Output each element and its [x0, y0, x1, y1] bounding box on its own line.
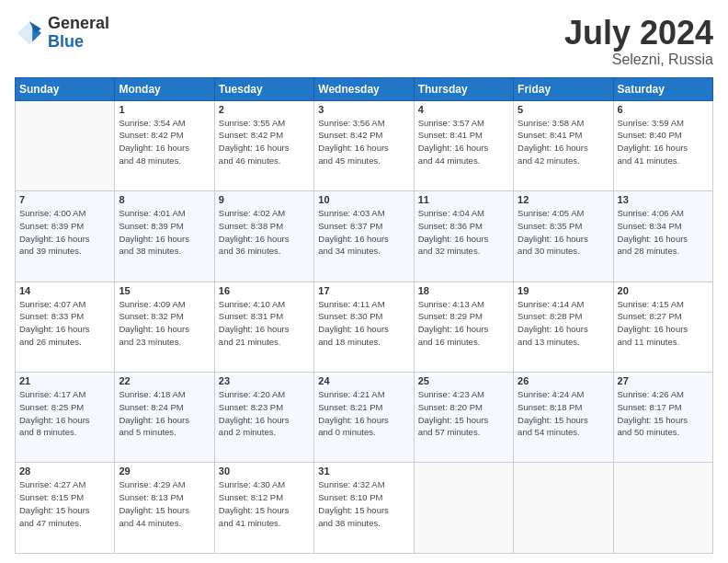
day-number: 3	[318, 104, 409, 115]
header: General Blue July 2024 Selezni, Russia	[15, 15, 713, 68]
logo-blue-text: Blue	[48, 33, 109, 52]
day-info: Sunrise: 4:26 AM Sunset: 8:17 PM Dayligh…	[618, 388, 709, 439]
table-row: 6Sunrise: 3:59 AM Sunset: 8:40 PM Daylig…	[613, 100, 712, 190]
day-number: 16	[219, 285, 310, 296]
col-friday: Friday	[514, 77, 613, 100]
calendar-week-row: 28Sunrise: 4:27 AM Sunset: 8:15 PM Dayli…	[16, 463, 713, 554]
calendar-week-row: 14Sunrise: 4:07 AM Sunset: 8:33 PM Dayli…	[16, 282, 713, 372]
calendar-header-row: Sunday Monday Tuesday Wednesday Thursday…	[16, 77, 713, 100]
table-row: 1Sunrise: 3:54 AM Sunset: 8:42 PM Daylig…	[115, 100, 214, 190]
table-row: 20Sunrise: 4:15 AM Sunset: 8:27 PM Dayli…	[613, 282, 712, 372]
day-info: Sunrise: 3:59 AM Sunset: 8:40 PM Dayligh…	[618, 117, 709, 167]
table-row: 9Sunrise: 4:02 AM Sunset: 8:38 PM Daylig…	[214, 191, 313, 282]
day-number: 7	[19, 194, 110, 205]
day-info: Sunrise: 4:04 AM Sunset: 8:36 PM Dayligh…	[418, 207, 509, 258]
table-row: 17Sunrise: 4:11 AM Sunset: 8:30 PM Dayli…	[314, 282, 414, 372]
day-number: 11	[418, 194, 509, 205]
day-info: Sunrise: 4:14 AM Sunset: 8:28 PM Dayligh…	[518, 298, 609, 349]
day-info: Sunrise: 4:10 AM Sunset: 8:31 PM Dayligh…	[219, 298, 310, 349]
day-number: 4	[418, 104, 509, 115]
logo: General Blue	[15, 15, 109, 52]
table-row: 23Sunrise: 4:20 AM Sunset: 8:23 PM Dayli…	[214, 373, 313, 463]
day-number: 26	[518, 375, 609, 386]
calendar-table: Sunday Monday Tuesday Wednesday Thursday…	[15, 77, 713, 554]
title-location: Selezni, Russia	[564, 52, 713, 68]
table-row: 2Sunrise: 3:55 AM Sunset: 8:42 PM Daylig…	[214, 100, 313, 190]
day-number: 20	[618, 285, 709, 296]
day-info: Sunrise: 4:27 AM Sunset: 8:15 PM Dayligh…	[19, 478, 110, 529]
day-info: Sunrise: 4:17 AM Sunset: 8:25 PM Dayligh…	[19, 388, 110, 439]
day-info: Sunrise: 4:06 AM Sunset: 8:34 PM Dayligh…	[618, 207, 709, 258]
col-wednesday: Wednesday	[314, 77, 414, 100]
day-info: Sunrise: 3:58 AM Sunset: 8:41 PM Dayligh…	[518, 117, 609, 167]
day-number: 9	[219, 194, 310, 205]
table-row: 24Sunrise: 4:21 AM Sunset: 8:21 PM Dayli…	[314, 373, 414, 463]
col-thursday: Thursday	[414, 77, 513, 100]
table-row: 10Sunrise: 4:03 AM Sunset: 8:37 PM Dayli…	[314, 191, 414, 282]
day-number: 15	[119, 285, 210, 296]
table-row: 7Sunrise: 4:00 AM Sunset: 8:39 PM Daylig…	[16, 191, 115, 282]
day-info: Sunrise: 4:20 AM Sunset: 8:23 PM Dayligh…	[219, 388, 310, 439]
table-row: 31Sunrise: 4:32 AM Sunset: 8:10 PM Dayli…	[314, 463, 414, 554]
table-row: 27Sunrise: 4:26 AM Sunset: 8:17 PM Dayli…	[613, 373, 712, 463]
day-info: Sunrise: 3:57 AM Sunset: 8:41 PM Dayligh…	[418, 117, 509, 167]
col-saturday: Saturday	[613, 77, 712, 100]
day-info: Sunrise: 4:21 AM Sunset: 8:21 PM Dayligh…	[318, 388, 409, 439]
table-row	[414, 463, 513, 554]
day-number: 12	[518, 194, 609, 205]
table-row	[16, 100, 115, 190]
col-monday: Monday	[115, 77, 214, 100]
logo-general-text: General	[48, 15, 109, 33]
day-number: 13	[618, 194, 709, 205]
table-row: 15Sunrise: 4:09 AM Sunset: 8:32 PM Dayli…	[115, 282, 214, 372]
table-row: 12Sunrise: 4:05 AM Sunset: 8:35 PM Dayli…	[514, 191, 613, 282]
day-info: Sunrise: 4:13 AM Sunset: 8:29 PM Dayligh…	[418, 298, 509, 349]
logo-text: General Blue	[48, 15, 109, 52]
day-number: 5	[518, 104, 609, 115]
day-number: 17	[318, 285, 409, 296]
day-number: 2	[219, 104, 310, 115]
day-info: Sunrise: 4:01 AM Sunset: 8:39 PM Dayligh…	[119, 207, 210, 258]
day-info: Sunrise: 4:29 AM Sunset: 8:13 PM Dayligh…	[119, 478, 210, 529]
day-number: 28	[19, 465, 110, 477]
calendar-week-row: 7Sunrise: 4:00 AM Sunset: 8:39 PM Daylig…	[16, 191, 713, 282]
day-info: Sunrise: 4:09 AM Sunset: 8:32 PM Dayligh…	[119, 298, 210, 349]
day-number: 30	[219, 465, 310, 477]
table-row	[514, 463, 613, 554]
table-row: 21Sunrise: 4:17 AM Sunset: 8:25 PM Dayli…	[16, 373, 115, 463]
day-info: Sunrise: 4:15 AM Sunset: 8:27 PM Dayligh…	[618, 298, 709, 349]
calendar-week-row: 21Sunrise: 4:17 AM Sunset: 8:25 PM Dayli…	[16, 373, 713, 463]
day-info: Sunrise: 3:54 AM Sunset: 8:42 PM Dayligh…	[119, 117, 210, 167]
table-row: 28Sunrise: 4:27 AM Sunset: 8:15 PM Dayli…	[16, 463, 115, 554]
table-row: 14Sunrise: 4:07 AM Sunset: 8:33 PM Dayli…	[16, 282, 115, 372]
day-info: Sunrise: 4:00 AM Sunset: 8:39 PM Dayligh…	[19, 207, 110, 258]
day-info: Sunrise: 4:23 AM Sunset: 8:20 PM Dayligh…	[418, 388, 509, 439]
day-info: Sunrise: 4:03 AM Sunset: 8:37 PM Dayligh…	[318, 207, 409, 258]
col-tuesday: Tuesday	[214, 77, 313, 100]
day-info: Sunrise: 4:30 AM Sunset: 8:12 PM Dayligh…	[219, 478, 310, 529]
col-sunday: Sunday	[16, 77, 115, 100]
table-row: 18Sunrise: 4:13 AM Sunset: 8:29 PM Dayli…	[414, 282, 513, 372]
day-number: 18	[418, 285, 509, 296]
day-info: Sunrise: 3:56 AM Sunset: 8:42 PM Dayligh…	[318, 117, 409, 167]
day-number: 27	[618, 375, 709, 386]
day-number: 31	[318, 465, 409, 477]
day-number: 23	[219, 375, 310, 386]
day-number: 22	[119, 375, 210, 386]
table-row: 19Sunrise: 4:14 AM Sunset: 8:28 PM Dayli…	[514, 282, 613, 372]
day-number: 21	[19, 375, 110, 386]
table-row: 4Sunrise: 3:57 AM Sunset: 8:41 PM Daylig…	[414, 100, 513, 190]
table-row: 29Sunrise: 4:29 AM Sunset: 8:13 PM Dayli…	[115, 463, 214, 554]
table-row: 22Sunrise: 4:18 AM Sunset: 8:24 PM Dayli…	[115, 373, 214, 463]
day-number: 29	[119, 465, 210, 477]
table-row: 13Sunrise: 4:06 AM Sunset: 8:34 PM Dayli…	[613, 191, 712, 282]
day-info: Sunrise: 4:07 AM Sunset: 8:33 PM Dayligh…	[19, 298, 110, 349]
table-row: 5Sunrise: 3:58 AM Sunset: 8:41 PM Daylig…	[514, 100, 613, 190]
table-row: 8Sunrise: 4:01 AM Sunset: 8:39 PM Daylig…	[115, 191, 214, 282]
day-info: Sunrise: 4:02 AM Sunset: 8:38 PM Dayligh…	[219, 207, 310, 258]
day-info: Sunrise: 4:11 AM Sunset: 8:30 PM Dayligh…	[318, 298, 409, 349]
day-info: Sunrise: 4:18 AM Sunset: 8:24 PM Dayligh…	[119, 388, 210, 439]
table-row: 26Sunrise: 4:24 AM Sunset: 8:18 PM Dayli…	[514, 373, 613, 463]
table-row: 11Sunrise: 4:04 AM Sunset: 8:36 PM Dayli…	[414, 191, 513, 282]
day-number: 6	[618, 104, 709, 115]
